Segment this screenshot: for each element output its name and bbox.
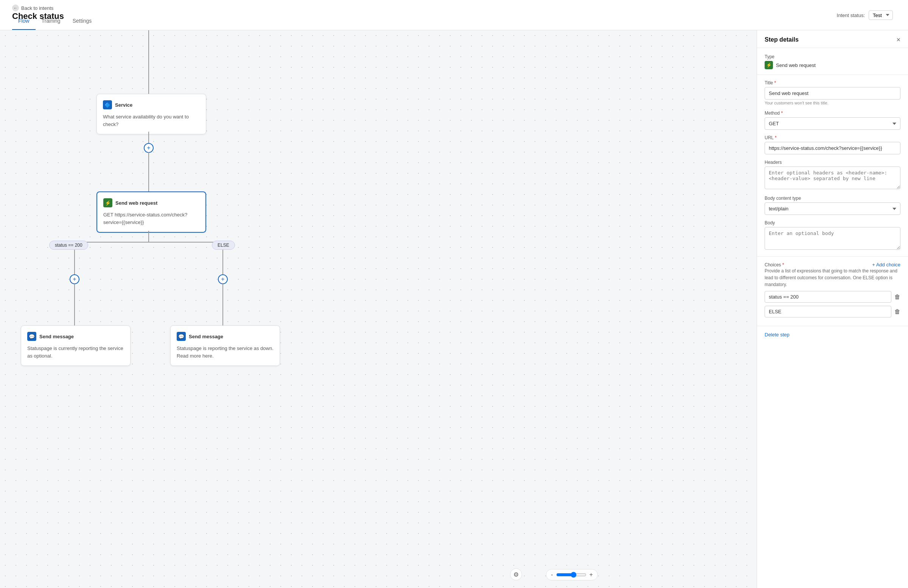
zoom-controls: - + [546,569,598,580]
type-icon: ⚡ [765,61,773,69]
choices-field-label: Choices * [765,262,784,267]
send-message-right-title: Send message [189,334,223,339]
body-content-type-group: Body content type text/plain application… [765,196,900,215]
service-node-body: What service availability do you want to… [103,113,200,128]
left-to-send-msg [74,284,75,325]
method-field-label: Method * [765,111,900,116]
flow-container: 🔷 Service What service availability do y… [0,30,757,588]
choice-badge-else: ELSE [212,241,235,250]
plus-btn-left[interactable]: + [69,274,79,284]
divider-2 [757,256,908,256]
divider-3 [757,326,908,326]
url-field-label: URL * [765,135,900,140]
service-node-icon: 🔷 [103,100,112,110]
back-arrow-icon: ← [12,5,19,11]
method-field-group: Method * GET POST PUT PATCH DELETE [765,111,900,130]
send-message-left-node[interactable]: 💬 Send message Statuspage is currently r… [21,325,130,366]
main-layout: 🔷 Service What service availability do y… [0,30,908,588]
send-message-right-icon: 💬 [177,332,186,341]
url-required-star: * [775,135,777,140]
plus-btn-right[interactable]: + [218,274,228,284]
choice-row-1: 🗑 [765,291,900,303]
type-value: Send web request [776,63,816,68]
type-field: Type ⚡ Send web request [765,54,900,69]
choice-input-1[interactable] [765,291,891,303]
body-content-type-select[interactable]: text/plain application/json application/… [765,203,900,215]
web-request-node-body: GET https://service-status.com/check?ser… [103,211,200,226]
send-message-left-body: Statuspage is currently reporting the se… [27,345,124,359]
plus-btn-1[interactable]: + [144,143,154,153]
panel-body: Type ⚡ Send web request Title * Your cus… [757,48,908,343]
choice-row-2: 🗑 [765,306,900,317]
page-title: Check status [12,11,64,21]
body-field-group: Body [765,220,900,251]
type-row: ⚡ Send web request [765,61,900,69]
choices-section: Choices * + Add choice Provide a list of… [765,262,900,321]
connector-top-to-service [148,30,149,94]
send-web-request-node[interactable]: ⚡ Send web request GET https://service-s… [97,192,206,233]
title-field-group: Title * Your customers won't see this ti… [765,80,900,105]
url-input[interactable] [765,142,900,155]
zoom-in-button[interactable]: + [589,572,593,578]
panel-header: Step details × [757,30,908,48]
intent-status-label: Intent status: [837,12,865,18]
service-node-title: Service [115,102,132,108]
canvas[interactable]: 🔷 Service What service availability do y… [0,30,757,588]
send-message-left-icon: 💬 [27,332,36,341]
intent-status-select[interactable]: Test Live [869,10,893,20]
delete-choice-2-button[interactable]: 🗑 [894,308,900,315]
divider-1 [757,74,908,75]
service-node-header: 🔷 Service [103,100,200,110]
delete-choice-1-button[interactable]: 🗑 [894,294,900,300]
send-message-left-title: Send message [39,334,74,339]
choice-badge-status200: status == 200 [49,241,88,250]
service-node[interactable]: 🔷 Service What service availability do y… [97,94,206,134]
send-message-right-node[interactable]: 💬 Send message Statuspage is reporting t… [170,325,280,366]
left-to-plus-left [74,250,75,275]
body-textarea[interactable] [765,227,900,250]
body-content-type-label: Body content type [765,196,900,201]
delete-step-section: Delete step [765,332,900,338]
zoom-slider[interactable] [556,572,586,578]
web-request-node-icon: ⚡ [103,198,113,207]
send-message-left-header: 💬 Send message [27,332,124,341]
choices-required-star: * [782,262,784,267]
send-message-right-body: Statuspage is reporting the service as d… [177,345,274,359]
choices-description: Provide a list of expressions that going… [765,267,900,288]
connector-webrequest-to-branch [148,231,149,242]
intent-status-row: Intent status: Test Live [837,10,893,20]
headers-field-group: Headers [765,159,900,190]
delete-step-button[interactable]: Delete step [765,332,790,338]
title-field-label: Title * [765,80,900,85]
zoom-out-button[interactable]: - [551,572,553,578]
title-input[interactable] [765,87,900,100]
headers-textarea[interactable] [765,166,900,189]
settings-icon[interactable]: ⚙ [510,568,522,580]
close-panel-button[interactable]: × [896,36,900,43]
step-details-panel: Step details × Type ⚡ Send web request T… [757,30,908,588]
url-field-group: URL * [765,135,900,155]
back-label: Back to intents [21,5,53,11]
send-message-right-header: 💬 Send message [177,332,274,341]
connector-plus-to-webrequest [148,152,149,192]
tab-settings[interactable]: Settings [67,15,98,30]
web-request-node-header: ⚡ Send web request [103,198,200,207]
back-to-intents-link[interactable]: ← Back to intents [12,5,53,11]
title-required-star: * [774,80,776,85]
branch-line [74,242,222,243]
choices-header: Choices * + Add choice [765,262,900,267]
top-bar: ← Back to intents Check status Flow Trai… [0,0,908,30]
web-request-node-title: Send web request [115,200,158,206]
panel-title: Step details [765,36,799,43]
add-choice-button[interactable]: + Add choice [872,262,900,267]
right-to-send-msg [222,284,223,325]
choice-input-2[interactable] [765,306,891,317]
type-label: Type [765,54,900,60]
title-hint: Your customers won't see this title. [765,101,900,105]
body-field-label: Body [765,220,900,226]
right-to-plus-right [222,250,223,275]
connector-service-to-plus [148,132,149,143]
method-required-star: * [781,111,783,116]
headers-field-label: Headers [765,159,900,165]
method-select[interactable]: GET POST PUT PATCH DELETE [765,117,900,130]
